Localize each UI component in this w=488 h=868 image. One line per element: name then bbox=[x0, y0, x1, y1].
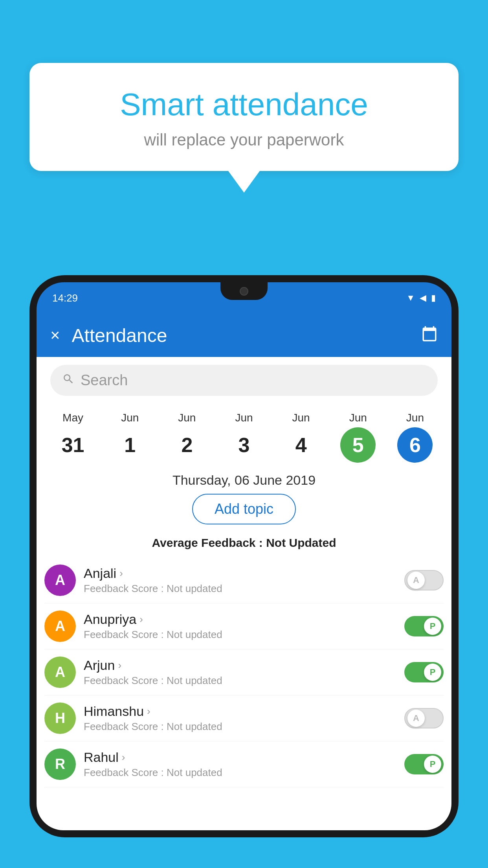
calendar-icon[interactable] bbox=[421, 326, 438, 346]
student-name-1: Anupriya › bbox=[84, 612, 396, 627]
close-button[interactable]: × bbox=[50, 326, 60, 345]
chevron-icon-0: › bbox=[119, 567, 123, 579]
phone-camera bbox=[240, 287, 248, 296]
student-item-1[interactable]: AAnupriya ›Feedback Score : Not updatedP bbox=[44, 603, 444, 649]
chevron-icon-2: › bbox=[118, 659, 121, 671]
avatar-0: A bbox=[44, 565, 76, 596]
bubble-title: Smart attendance bbox=[53, 86, 435, 123]
bubble-subtitle: will replace your paperwork bbox=[53, 131, 435, 149]
cal-num-5[interactable]: 5 bbox=[340, 427, 376, 463]
cal-num-0[interactable]: 31 bbox=[55, 427, 91, 463]
search-input[interactable]: Search bbox=[81, 372, 128, 389]
avatar-2: A bbox=[44, 657, 76, 688]
calendar-day-6[interactable]: Jun6 bbox=[397, 412, 433, 463]
toggle-knob-4: P bbox=[424, 756, 441, 773]
avatar-4: R bbox=[44, 748, 76, 780]
signal-icon: ◀ bbox=[420, 293, 426, 303]
cal-num-6[interactable]: 6 bbox=[397, 427, 433, 463]
status-icons: ▼ ◀ ▮ bbox=[406, 293, 436, 303]
cal-month-2: Jun bbox=[178, 412, 196, 424]
student-feedback-1: Feedback Score : Not updated bbox=[84, 629, 396, 641]
toggle-knob-0: A bbox=[407, 572, 425, 589]
cal-num-3[interactable]: 3 bbox=[226, 427, 262, 463]
calendar-row: May31Jun1Jun2Jun3Jun4Jun5Jun6 bbox=[37, 404, 451, 463]
attendance-toggle-4[interactable]: P bbox=[404, 754, 444, 774]
add-topic-container: Add topic bbox=[37, 494, 451, 524]
student-feedback-4: Feedback Score : Not updated bbox=[84, 767, 396, 779]
student-info-0: Anjali ›Feedback Score : Not updated bbox=[84, 566, 396, 595]
cal-month-1: Jun bbox=[121, 412, 139, 424]
student-info-3: Himanshu ›Feedback Score : Not updated bbox=[84, 704, 396, 733]
search-input-wrap[interactable]: Search bbox=[50, 365, 438, 396]
avg-feedback-value: Not Updated bbox=[266, 536, 336, 549]
phone-outer: 14:29 ▼ ◀ ▮ × Attendance bbox=[29, 275, 459, 837]
student-item-4[interactable]: RRahul ›Feedback Score : Not updatedP bbox=[44, 741, 444, 787]
speech-bubble-container: Smart attendance will replace your paper… bbox=[29, 63, 459, 193]
attendance-toggle-2[interactable]: P bbox=[404, 662, 444, 682]
phone-notch bbox=[220, 282, 268, 300]
student-feedback-0: Feedback Score : Not updated bbox=[84, 583, 396, 595]
wifi-icon: ▼ bbox=[406, 293, 415, 303]
toggle-wrap-4: P bbox=[404, 754, 444, 774]
chevron-icon-3: › bbox=[147, 705, 150, 717]
search-icon bbox=[62, 373, 75, 388]
attendance-toggle-1[interactable]: P bbox=[404, 616, 444, 636]
calendar-day-3[interactable]: Jun3 bbox=[226, 412, 262, 463]
student-name-0: Anjali › bbox=[84, 566, 396, 581]
student-name-3: Himanshu › bbox=[84, 704, 396, 719]
calendar-day-4[interactable]: Jun4 bbox=[283, 412, 319, 463]
chevron-icon-1: › bbox=[139, 613, 143, 625]
student-item-3[interactable]: HHimanshu ›Feedback Score : Not updatedA bbox=[44, 695, 444, 741]
attendance-toggle-3[interactable]: A bbox=[404, 708, 444, 728]
student-info-4: Rahul ›Feedback Score : Not updated bbox=[84, 750, 396, 779]
speech-bubble: Smart attendance will replace your paper… bbox=[29, 63, 459, 171]
toggle-wrap-3: A bbox=[404, 708, 444, 728]
toggle-wrap-0: A bbox=[404, 570, 444, 590]
phone-screen: Search May31Jun1Jun2Jun3Jun4Jun5Jun6 Thu… bbox=[37, 357, 451, 830]
student-item-2[interactable]: AArjun ›Feedback Score : Not updatedP bbox=[44, 649, 444, 695]
status-time: 14:29 bbox=[52, 292, 78, 304]
student-info-1: Anupriya ›Feedback Score : Not updated bbox=[84, 612, 396, 641]
toggle-wrap-2: P bbox=[404, 662, 444, 682]
add-topic-button[interactable]: Add topic bbox=[192, 494, 296, 524]
calendar-day-5[interactable]: Jun5 bbox=[340, 412, 376, 463]
bubble-tail bbox=[228, 171, 260, 193]
cal-month-6: Jun bbox=[406, 412, 424, 424]
student-item-0[interactable]: AAnjali ›Feedback Score : Not updatedA bbox=[44, 557, 444, 603]
cal-num-2[interactable]: 2 bbox=[169, 427, 205, 463]
status-bar: 14:29 ▼ ◀ ▮ bbox=[37, 282, 451, 314]
student-list: AAnjali ›Feedback Score : Not updatedAAA… bbox=[37, 557, 451, 787]
chevron-icon-4: › bbox=[122, 751, 125, 763]
cal-month-3: Jun bbox=[235, 412, 253, 424]
attendance-toggle-0[interactable]: A bbox=[404, 570, 444, 590]
cal-month-5: Jun bbox=[349, 412, 367, 424]
student-feedback-3: Feedback Score : Not updated bbox=[84, 721, 396, 733]
student-name-4: Rahul › bbox=[84, 750, 396, 765]
toggle-knob-1: P bbox=[424, 618, 441, 635]
phone-wrapper: 14:29 ▼ ◀ ▮ × Attendance bbox=[29, 275, 459, 868]
toggle-knob-3: A bbox=[407, 710, 425, 727]
student-info-2: Arjun ›Feedback Score : Not updated bbox=[84, 658, 396, 687]
avg-feedback: Average Feedback : Not Updated bbox=[37, 532, 451, 557]
avg-feedback-label: Average Feedback : bbox=[152, 536, 262, 549]
calendar-day-0[interactable]: May31 bbox=[55, 412, 91, 463]
calendar-day-1[interactable]: Jun1 bbox=[112, 412, 148, 463]
cal-num-1[interactable]: 1 bbox=[112, 427, 148, 463]
app-bar-title: Attendance bbox=[72, 325, 409, 346]
calendar-day-2[interactable]: Jun2 bbox=[169, 412, 205, 463]
date-header: Thursday, 06 June 2019 bbox=[37, 463, 451, 494]
battery-icon: ▮ bbox=[431, 293, 436, 303]
cal-num-4[interactable]: 4 bbox=[283, 427, 319, 463]
toggle-wrap-1: P bbox=[404, 616, 444, 636]
student-name-2: Arjun › bbox=[84, 658, 396, 673]
student-feedback-2: Feedback Score : Not updated bbox=[84, 675, 396, 687]
app-bar: × Attendance bbox=[37, 314, 451, 357]
toggle-knob-2: P bbox=[424, 664, 441, 681]
avatar-3: H bbox=[44, 702, 76, 734]
avatar-1: A bbox=[44, 611, 76, 642]
cal-month-0: May bbox=[62, 412, 83, 424]
search-bar: Search bbox=[37, 357, 451, 404]
cal-month-4: Jun bbox=[292, 412, 310, 424]
